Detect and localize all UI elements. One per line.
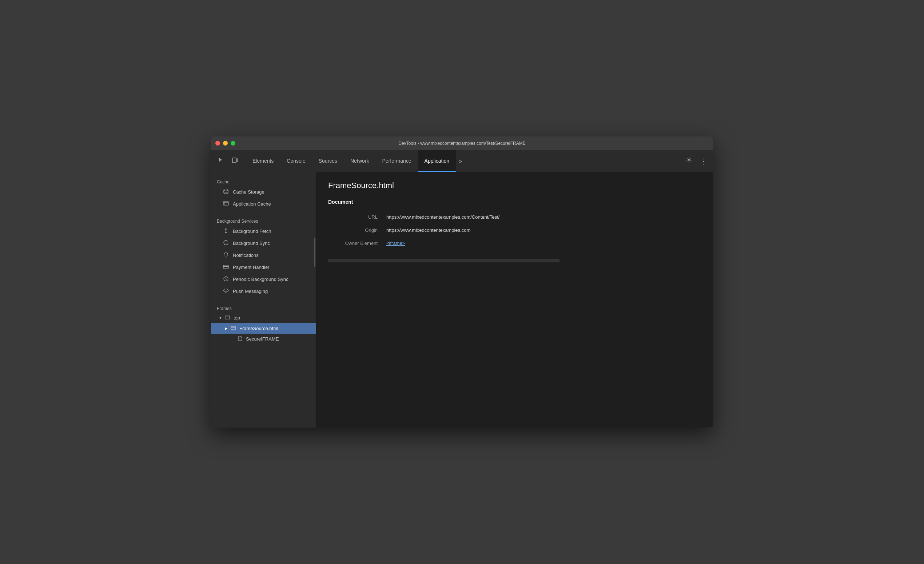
minimize-button[interactable] [223, 141, 228, 146]
expand-arrow-framesource: ▶ [224, 326, 228, 330]
sidebar-item-application-cache[interactable]: Application Cache [211, 198, 316, 210]
frame-folder-icon-framesource [231, 325, 236, 332]
maximize-button[interactable] [231, 141, 236, 146]
svg-point-2 [688, 159, 690, 161]
sidebar-item-cache-storage[interactable]: Cache Storage [211, 186, 316, 198]
svg-rect-14 [225, 316, 230, 319]
background-sync-label: Background Sync [233, 240, 270, 246]
svg-rect-15 [231, 326, 236, 330]
payment-handler-icon [223, 264, 229, 271]
owner-element-label: Owner Element [328, 240, 386, 246]
background-sync-icon [223, 240, 229, 247]
device-toggle-button[interactable] [228, 154, 242, 168]
tab-performance[interactable]: Performance [375, 150, 418, 172]
cursor-tool-button[interactable] [214, 154, 227, 168]
frame-folder-icon-top [225, 315, 230, 321]
sidebar-scrollbar [314, 238, 315, 267]
sidebar-section-bg-services-label: Background Services [211, 216, 316, 225]
panel-title: FrameSource.html [328, 181, 701, 190]
application-cache-label: Application Cache [233, 201, 271, 207]
tab-console[interactable]: Console [280, 150, 312, 172]
tab-overflow-button[interactable]: » [456, 158, 465, 165]
svg-rect-1 [237, 159, 237, 162]
url-value: https://www.mixedcontentexamples.com/Con… [386, 214, 701, 220]
periodic-bg-sync-label: Periodic Background Sync [233, 276, 288, 282]
cursor-icon [217, 157, 224, 165]
close-button[interactable] [215, 141, 220, 146]
sidebar-item-periodic-bg-sync[interactable]: Periodic Background Sync [211, 273, 316, 285]
toolbar: Elements Console Sources Network Perform… [211, 150, 713, 172]
more-icon: ⋮ [700, 157, 708, 165]
tab-elements[interactable]: Elements [246, 150, 280, 172]
frame-secureiframe-label: SecureIFRAME [246, 336, 279, 342]
application-cache-icon [223, 201, 229, 207]
background-fetch-icon [223, 228, 229, 235]
tab-application[interactable]: Application [418, 150, 456, 172]
sidebar-item-notifications[interactable]: Notifications [211, 249, 316, 261]
origin-row: Origin https://www.mixedcontentexamples.… [328, 224, 701, 237]
svg-line-13 [226, 279, 227, 279]
traffic-lights [215, 141, 236, 146]
url-row: URL https://www.mixedcontentexamples.com… [328, 211, 701, 224]
push-messaging-icon [223, 288, 229, 295]
expand-arrow-top: ▼ [218, 316, 223, 320]
periodic-bg-sync-icon [223, 276, 229, 283]
title-bar: DevTools - www.mixedcontentexamples.com/… [211, 136, 713, 150]
push-messaging-label: Push Messaging [233, 288, 268, 294]
frame-tree-top[interactable]: ▼ top [211, 313, 316, 323]
frame-framesource-label: FrameSource.html [239, 326, 278, 331]
sidebar-item-background-fetch[interactable]: Background Fetch [211, 225, 316, 237]
tab-sources[interactable]: Sources [312, 150, 344, 172]
loading-bar-bg [328, 259, 560, 262]
cache-storage-icon [223, 189, 229, 195]
owner-element-value[interactable]: <iframe> [386, 240, 701, 246]
svg-rect-0 [232, 158, 236, 163]
toolbar-icons [214, 154, 242, 168]
frame-tree-secureiframe[interactable]: ▶ SecureIFRAME [211, 334, 316, 344]
settings-icon [686, 157, 692, 165]
notifications-label: Notifications [233, 252, 259, 258]
tab-network[interactable]: Network [344, 150, 375, 172]
url-label: URL [328, 214, 386, 220]
payment-handler-label: Payment Handler [233, 264, 269, 270]
cache-storage-label: Cache Storage [233, 189, 264, 195]
sidebar-item-background-sync[interactable]: Background Sync [211, 237, 316, 249]
origin-value: https://www.mixedcontentexamples.com [386, 227, 701, 233]
notifications-icon [223, 252, 229, 259]
more-options-button[interactable]: ⋮ [697, 154, 710, 168]
document-section-label: Document [328, 199, 701, 205]
frame-tree-framesource[interactable]: ▶ FrameSource.html [211, 323, 316, 334]
owner-element-row: Owner Element <iframe> [328, 237, 701, 250]
main-panel: FrameSource.html Document URL https://ww… [316, 172, 713, 428]
background-fetch-label: Background Fetch [233, 228, 272, 234]
origin-label: Origin [328, 227, 386, 233]
sidebar-section-frames-label: Frames [211, 303, 316, 313]
device-icon [232, 157, 238, 165]
devtools-window: DevTools - www.mixedcontentexamples.com/… [211, 136, 713, 428]
frame-file-icon-secureiframe [238, 336, 242, 342]
tabs-container: Elements Console Sources Network Perform… [246, 150, 682, 172]
sidebar-item-payment-handler[interactable]: Payment Handler [211, 261, 316, 273]
window-title: DevTools - www.mixedcontentexamples.com/… [398, 141, 525, 146]
main-content: Cache Cache Storage [211, 172, 713, 428]
toolbar-right: ⋮ [682, 154, 710, 168]
frame-top-label: top [234, 315, 240, 321]
sidebar-item-push-messaging[interactable]: Push Messaging [211, 285, 316, 297]
sidebar: Cache Cache Storage [211, 172, 316, 428]
content-loading-bar-container [328, 259, 701, 262]
svg-rect-4 [224, 202, 228, 205]
svg-point-3 [224, 189, 228, 191]
sidebar-section-cache-label: Cache [211, 177, 316, 186]
settings-button[interactable] [682, 154, 696, 168]
